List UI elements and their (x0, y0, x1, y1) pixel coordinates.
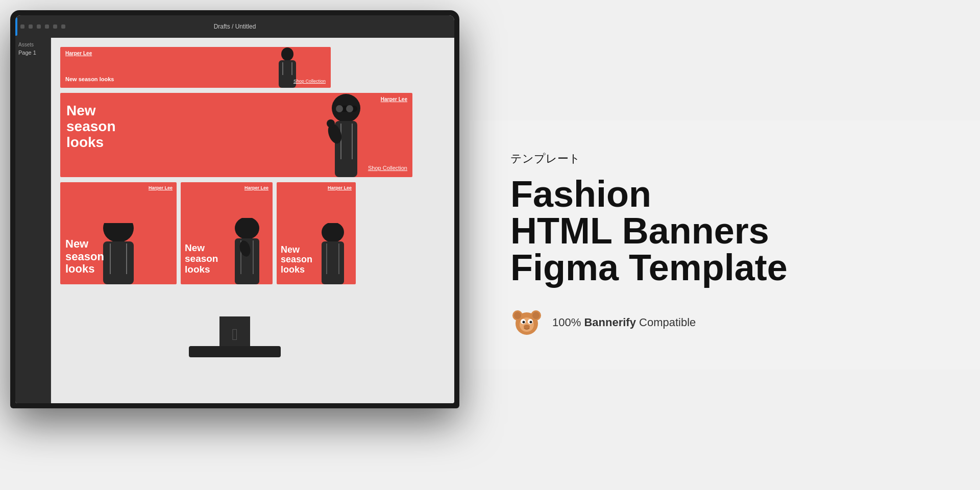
compat-row: 100% Bannerify Compatible (510, 306, 939, 339)
right-panel: テンプレート Fashion HTML Banners Figma Templa… (470, 120, 980, 370)
title-line-3: Figma Template (510, 247, 788, 288)
brand-square: Harper Lee (149, 185, 173, 190)
page-label: Page 1 (18, 50, 47, 56)
apple-logo:  (232, 325, 238, 344)
figma-sidebar: Assets Page 1 (15, 38, 51, 403)
svg-point-17 (235, 218, 259, 239)
brand-med1: Harper Lee (244, 185, 268, 190)
svg-point-0 (281, 47, 293, 61)
compat-suffix: Compatible (639, 316, 696, 329)
headline-square: Newseasonlooks (65, 238, 104, 275)
headline-med2: Newseasonlooks (281, 245, 312, 275)
banner-leaderboard: Harper Lee New season looks Shop Collect… (60, 47, 331, 88)
monitor-stand-base (189, 346, 281, 357)
figma-toolbar-tools (20, 24, 65, 29)
brand-leaderboard: Harper Lee (65, 51, 92, 56)
tool-move[interactable] (20, 24, 24, 29)
svg-point-7 (346, 105, 353, 112)
main-title: Fashion HTML Banners Figma Template (510, 176, 939, 286)
tool-hand[interactable] (53, 24, 57, 29)
person-med1 (222, 218, 273, 284)
tool-shape[interactable] (37, 24, 41, 29)
svg-point-12 (327, 119, 335, 128)
bear-icon (510, 306, 543, 339)
svg-point-22 (322, 223, 344, 242)
figma-side-accent (15, 17, 17, 36)
shop-link-large[interactable]: Shop Collection (368, 165, 407, 171)
svg-point-29 (514, 312, 521, 319)
banner-medium-1: Harper Lee Newseasonlooks (181, 182, 273, 284)
banner-medium-2: Harper Lee Newseasonlooks (277, 182, 356, 284)
assets-label: Assets (18, 42, 47, 47)
svg-rect-23 (322, 241, 344, 284)
banner-square: Harper Lee Newseasonlooks (60, 182, 177, 284)
compat-prefix: 100% (552, 316, 581, 329)
shop-link-leaderboard[interactable]: Shop Collection (293, 79, 326, 84)
headline-med1: Newseasonlooks (185, 243, 218, 275)
title-line-1: Fashion (510, 174, 651, 214)
headline-leaderboard: New season looks (65, 76, 114, 83)
brand-large: Harper Lee (381, 96, 407, 102)
figma-breadcrumb: Drafts / Untitled (214, 23, 256, 30)
template-label: テンプレート (510, 151, 939, 166)
svg-point-35 (530, 321, 532, 324)
tool-text[interactable] (45, 24, 49, 29)
monitor-body: Drafts / Untitled Assets Page 1 Harper L… (10, 10, 459, 408)
brand-med2: Harper Lee (328, 185, 352, 190)
tool-frame[interactable] (29, 24, 33, 29)
title-line-2: HTML Banners (510, 210, 769, 251)
tool-comment[interactable] (61, 24, 65, 29)
headline-large: Newseasonlooks (66, 103, 116, 150)
compat-text: 100% Bannerify Compatible (552, 316, 696, 329)
svg-point-6 (336, 105, 343, 112)
figma-top-bar: Drafts / Untitled (15, 15, 454, 38)
svg-point-34 (523, 321, 525, 324)
banner-large: Newseasonlooks Harper Lee Shop Collectio… (60, 93, 412, 177)
svg-rect-14 (103, 241, 134, 284)
svg-point-13 (103, 223, 134, 242)
svg-point-30 (532, 312, 540, 319)
compat-brand: Bannerify (584, 316, 635, 329)
monitor-wrapper: Drafts / Untitled Assets Page 1 Harper L… (0, 0, 470, 490)
person-med2 (310, 223, 356, 284)
banner-row: Harper Lee Newseasonlooks (60, 182, 445, 284)
